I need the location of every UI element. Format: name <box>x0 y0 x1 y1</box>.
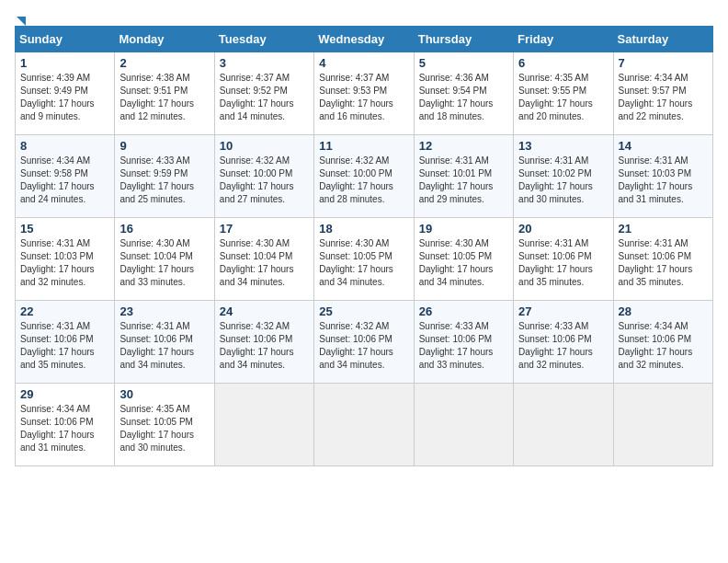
calendar-cell: 19 Sunrise: 4:30 AMSunset: 10:05 PMDayli… <box>414 218 513 301</box>
day-info: Sunrise: 4:32 AMSunset: 10:06 PMDaylight… <box>319 320 408 372</box>
calendar-cell: 9 Sunrise: 4:33 AMSunset: 9:59 PMDayligh… <box>115 135 214 218</box>
day-number: 27 <box>518 304 608 318</box>
day-number: 13 <box>518 139 608 153</box>
calendar-cell: 2 Sunrise: 4:38 AMSunset: 9:51 PMDayligh… <box>115 52 214 135</box>
day-number: 23 <box>119 304 209 318</box>
calendar-cell: 18 Sunrise: 4:30 AMSunset: 10:05 PMDayli… <box>314 218 414 301</box>
day-info: Sunrise: 4:30 AMSunset: 10:05 PMDaylight… <box>319 237 408 289</box>
day-number: 3 <box>220 56 309 70</box>
day-info: Sunrise: 4:35 AMSunset: 9:55 PMDaylight:… <box>518 72 608 123</box>
calendar-cell: 29 Sunrise: 4:34 AMSunset: 10:06 PMDayli… <box>16 384 115 466</box>
day-number: 5 <box>419 56 508 70</box>
calendar-cell: 20 Sunrise: 4:31 AMSunset: 10:06 PMDayli… <box>514 218 613 301</box>
day-number: 30 <box>119 387 209 401</box>
day-info: Sunrise: 4:31 AMSunset: 10:06 PMDaylight… <box>518 237 608 289</box>
calendar-week-5: 29 Sunrise: 4:34 AMSunset: 10:06 PMDayli… <box>16 384 713 466</box>
day-number: 20 <box>518 222 608 236</box>
calendar-week-2: 8 Sunrise: 4:34 AMSunset: 9:58 PMDayligh… <box>16 135 713 218</box>
calendar-cell <box>514 384 613 466</box>
day-info: Sunrise: 4:31 AMSunset: 10:06 PMDaylight… <box>619 237 708 289</box>
calendar-cell: 6 Sunrise: 4:35 AMSunset: 9:55 PMDayligh… <box>514 52 613 135</box>
day-number: 18 <box>319 222 408 236</box>
calendar-cell: 16 Sunrise: 4:30 AMSunset: 10:04 PMDayli… <box>115 218 214 301</box>
day-number: 21 <box>619 222 708 236</box>
calendar-cell: 28 Sunrise: 4:34 AMSunset: 10:06 PMDayli… <box>613 301 712 384</box>
logo-arrow-icon <box>13 13 29 29</box>
day-number: 14 <box>619 139 708 153</box>
day-info: Sunrise: 4:30 AMSunset: 10:04 PMDaylight… <box>119 237 209 289</box>
calendar-cell <box>414 384 513 466</box>
calendar-cell <box>314 384 414 466</box>
calendar-cell: 22 Sunrise: 4:31 AMSunset: 10:06 PMDayli… <box>16 301 115 384</box>
day-info: Sunrise: 4:33 AMSunset: 10:06 PMDaylight… <box>419 320 508 372</box>
calendar-cell: 17 Sunrise: 4:30 AMSunset: 10:04 PMDayli… <box>214 218 313 301</box>
day-number: 7 <box>619 56 708 70</box>
calendar-table: SundayMondayTuesdayWednesdayThursdayFrid… <box>15 26 713 466</box>
day-info: Sunrise: 4:30 AMSunset: 10:04 PMDaylight… <box>220 237 309 289</box>
day-number: 2 <box>119 56 209 70</box>
day-info: Sunrise: 4:37 AMSunset: 9:53 PMDaylight:… <box>319 72 408 123</box>
day-info: Sunrise: 4:31 AMSunset: 10:01 PMDaylight… <box>419 155 508 206</box>
day-info: Sunrise: 4:39 AMSunset: 9:49 PMDaylight:… <box>20 72 109 123</box>
day-info: Sunrise: 4:32 AMSunset: 10:00 PMDaylight… <box>319 155 408 206</box>
calendar-cell: 25 Sunrise: 4:32 AMSunset: 10:06 PMDayli… <box>314 301 414 384</box>
calendar-week-3: 15 Sunrise: 4:31 AMSunset: 10:03 PMDayli… <box>16 218 713 301</box>
day-info: Sunrise: 4:34 AMSunset: 9:58 PMDaylight:… <box>20 155 109 206</box>
day-number: 28 <box>619 304 708 318</box>
day-info: Sunrise: 4:36 AMSunset: 9:54 PMDaylight:… <box>419 72 508 123</box>
weekday-header-friday: Friday <box>514 27 613 52</box>
svg-marker-0 <box>17 17 26 26</box>
calendar-cell: 1 Sunrise: 4:39 AMSunset: 9:49 PMDayligh… <box>16 52 115 135</box>
day-info: Sunrise: 4:31 AMSunset: 10:03 PMDaylight… <box>20 237 109 289</box>
day-number: 4 <box>319 56 408 70</box>
calendar-cell: 21 Sunrise: 4:31 AMSunset: 10:06 PMDayli… <box>613 218 712 301</box>
day-info: Sunrise: 4:31 AMSunset: 10:06 PMDaylight… <box>20 320 109 372</box>
calendar-cell: 10 Sunrise: 4:32 AMSunset: 10:00 PMDayli… <box>214 135 313 218</box>
day-number: 19 <box>419 222 508 236</box>
calendar-week-4: 22 Sunrise: 4:31 AMSunset: 10:06 PMDayli… <box>16 301 713 384</box>
weekday-header-monday: Monday <box>115 27 214 52</box>
day-number: 8 <box>20 139 109 153</box>
day-number: 17 <box>220 222 309 236</box>
day-number: 24 <box>220 304 309 318</box>
calendar-cell: 5 Sunrise: 4:36 AMSunset: 9:54 PMDayligh… <box>414 52 513 135</box>
day-info: Sunrise: 4:31 AMSunset: 10:02 PMDaylight… <box>518 155 608 206</box>
day-number: 1 <box>20 56 109 70</box>
day-number: 16 <box>119 222 209 236</box>
day-number: 26 <box>419 304 508 318</box>
day-info: Sunrise: 4:37 AMSunset: 9:52 PMDaylight:… <box>220 72 309 123</box>
calendar-cell <box>214 384 313 466</box>
day-info: Sunrise: 4:32 AMSunset: 10:06 PMDaylight… <box>220 320 309 372</box>
day-number: 12 <box>419 139 508 153</box>
day-info: Sunrise: 4:31 AMSunset: 10:06 PMDaylight… <box>119 320 209 372</box>
calendar-cell: 26 Sunrise: 4:33 AMSunset: 10:06 PMDayli… <box>414 301 513 384</box>
day-info: Sunrise: 4:32 AMSunset: 10:00 PMDaylight… <box>220 155 309 206</box>
day-info: Sunrise: 4:33 AMSunset: 9:59 PMDaylight:… <box>119 155 209 206</box>
day-info: Sunrise: 4:31 AMSunset: 10:03 PMDaylight… <box>619 155 708 206</box>
day-number: 11 <box>319 139 408 153</box>
day-info: Sunrise: 4:34 AMSunset: 10:06 PMDaylight… <box>20 403 109 454</box>
calendar-cell: 30 Sunrise: 4:35 AMSunset: 10:05 PMDayli… <box>115 384 214 466</box>
calendar-cell: 13 Sunrise: 4:31 AMSunset: 10:02 PMDayli… <box>514 135 613 218</box>
calendar-cell: 23 Sunrise: 4:31 AMSunset: 10:06 PMDayli… <box>115 301 214 384</box>
calendar-cell: 8 Sunrise: 4:34 AMSunset: 9:58 PMDayligh… <box>16 135 115 218</box>
calendar-cell: 15 Sunrise: 4:31 AMSunset: 10:03 PMDayli… <box>16 218 115 301</box>
weekday-header-thursday: Thursday <box>414 27 513 52</box>
day-info: Sunrise: 4:30 AMSunset: 10:05 PMDaylight… <box>419 237 508 289</box>
day-number: 22 <box>20 304 109 318</box>
day-info: Sunrise: 4:34 AMSunset: 10:06 PMDaylight… <box>619 320 708 372</box>
day-number: 10 <box>220 139 309 153</box>
calendar-cell: 11 Sunrise: 4:32 AMSunset: 10:00 PMDayli… <box>314 135 414 218</box>
weekday-header-wednesday: Wednesday <box>314 27 414 52</box>
day-number: 25 <box>319 304 408 318</box>
day-number: 29 <box>20 387 109 401</box>
day-number: 9 <box>119 139 209 153</box>
calendar-cell: 4 Sunrise: 4:37 AMSunset: 9:53 PMDayligh… <box>314 52 414 135</box>
weekday-header-saturday: Saturday <box>613 27 712 52</box>
calendar-cell: 27 Sunrise: 4:33 AMSunset: 10:06 PMDayli… <box>514 301 613 384</box>
calendar-week-1: 1 Sunrise: 4:39 AMSunset: 9:49 PMDayligh… <box>16 52 713 135</box>
calendar-cell: 12 Sunrise: 4:31 AMSunset: 10:01 PMDayli… <box>414 135 513 218</box>
weekday-header-tuesday: Tuesday <box>214 27 313 52</box>
day-info: Sunrise: 4:33 AMSunset: 10:06 PMDaylight… <box>518 320 608 372</box>
day-number: 15 <box>20 222 109 236</box>
